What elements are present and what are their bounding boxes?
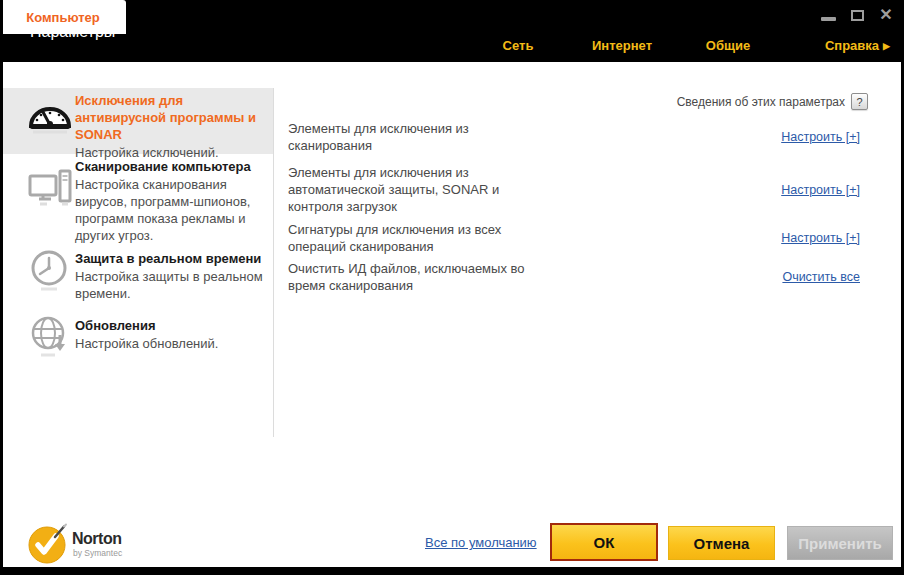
ok-button[interactable]: ОК xyxy=(550,523,658,561)
help-menu[interactable]: Справка▶ xyxy=(825,36,890,56)
main-panel: Сведения об этих параметрах ? Элементы д… xyxy=(288,62,868,502)
gauge-icon xyxy=(27,98,73,146)
minimize-button[interactable] xyxy=(820,7,836,23)
sidebar-item-title: Исключения для антивирусной программы и … xyxy=(75,92,260,143)
sidebar-item-title: Защита в реальном времени xyxy=(75,250,275,267)
help-question-button[interactable]: ? xyxy=(851,93,868,110)
close-button[interactable]: ✕ xyxy=(878,7,894,23)
sidebar-item-scan[interactable]: Сканирование компьютера Настройка сканир… xyxy=(3,154,274,246)
norton-check-icon xyxy=(28,523,72,567)
maximize-button[interactable] xyxy=(849,7,865,23)
configure-link[interactable]: Настроить [+] xyxy=(781,130,860,144)
sidebar-item-realtime[interactable]: Защита в реальном времени Настройка защи… xyxy=(3,246,274,312)
restore-defaults-link[interactable]: Все по умолчанию xyxy=(425,535,537,550)
option-label: Сигнатуры для исключения из всех операци… xyxy=(288,221,543,255)
tab-general[interactable]: Общие xyxy=(700,36,756,56)
sidebar: Исключения для антивирусной программы и … xyxy=(3,62,274,567)
clock-icon xyxy=(27,248,73,298)
option-row-scan-exclusions: Элементы для исключения из сканирования … xyxy=(288,120,868,154)
clear-all-link[interactable]: Очистить все xyxy=(782,270,860,284)
sidebar-item-exclusions[interactable]: Исключения для антивирусной программы и … xyxy=(3,88,274,154)
brand-subtitle: by Symantec xyxy=(73,548,122,558)
sidebar-item-subtitle: Настройка сканирования вирусов, программ… xyxy=(75,176,260,244)
globe-update-icon xyxy=(27,313,73,363)
help-menu-label: Справка xyxy=(825,38,879,53)
window-title: Параметры xyxy=(30,23,115,41)
tab-general-label: Общие xyxy=(706,38,750,53)
options-list: Элементы для исключения из сканирования … xyxy=(288,120,868,294)
option-row-autoprotect-exclusions: Элементы для исключения из автоматическо… xyxy=(288,164,868,215)
settings-window: Параметры Компьютер Сеть Интернет Общие … xyxy=(0,0,904,575)
chevron-right-icon: ▶ xyxy=(883,36,890,56)
window-controls: ✕ xyxy=(820,6,894,24)
sidebar-item-subtitle: Настройка обновлений. xyxy=(75,335,270,352)
option-label: Элементы для исключения из сканирования xyxy=(288,120,543,154)
parameters-info-label: Сведения об этих параметрах xyxy=(677,95,845,109)
cancel-button[interactable]: Отмена xyxy=(668,526,775,560)
option-row-clear-file-ids: Очистить ИД файлов, исключаемых во время… xyxy=(288,260,868,294)
parameters-info-row: Сведения об этих параметрах ? xyxy=(677,93,868,110)
norton-logo: Norton by Symantec xyxy=(28,523,208,567)
tab-internet-label: Интернет xyxy=(592,38,652,53)
header-bar: Параметры Компьютер Сеть Интернет Общие … xyxy=(0,0,904,62)
close-icon: ✕ xyxy=(879,7,892,23)
option-label: Элементы для исключения из автоматическо… xyxy=(288,164,543,215)
apply-button-disabled: Применить xyxy=(787,526,893,560)
sidebar-item-subtitle: Настройка защиты в реальном времени. xyxy=(75,268,270,302)
minimize-icon xyxy=(821,17,836,21)
window-border-left xyxy=(0,0,3,575)
tab-network[interactable]: Сеть xyxy=(490,36,546,56)
sidebar-item-title: Сканирование компьютера xyxy=(75,158,267,175)
configure-link[interactable]: Настроить [+] xyxy=(781,183,860,197)
maximize-icon xyxy=(851,10,864,21)
window-border-bottom xyxy=(0,567,904,575)
option-row-signature-exclusions: Сигнатуры для исключения из всех операци… xyxy=(288,221,868,255)
tab-internet[interactable]: Интернет xyxy=(584,36,660,56)
tab-network-label: Сеть xyxy=(503,38,534,53)
brand-name: Norton xyxy=(72,530,121,548)
option-label: Очистить ИД файлов, исключаемых во время… xyxy=(288,260,543,294)
sidebar-divider xyxy=(273,88,274,437)
sidebar-item-updates[interactable]: Обновления Настройка обновлений. xyxy=(3,313,274,365)
sidebar-item-title: Обновления xyxy=(75,317,275,334)
configure-link[interactable]: Настроить [+] xyxy=(781,231,860,245)
computer-icon xyxy=(27,168,73,218)
